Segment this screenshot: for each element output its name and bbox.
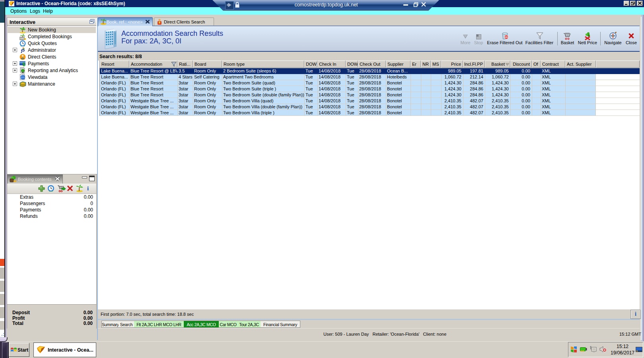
svg-text:$: $ xyxy=(22,61,25,67)
